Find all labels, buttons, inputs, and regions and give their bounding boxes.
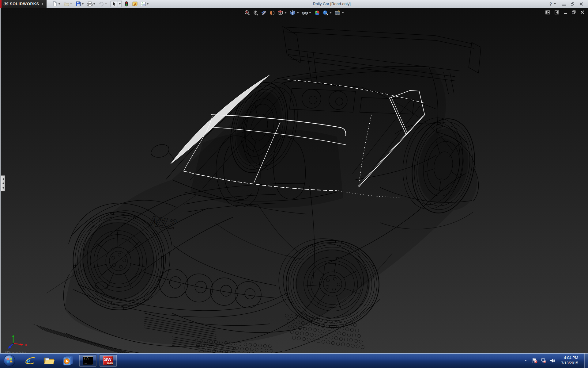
view-orientation-button[interactable] bbox=[277, 9, 284, 17]
pane-right-icon bbox=[555, 10, 559, 14]
hidden-icons-chevron-button[interactable] bbox=[523, 358, 529, 364]
taskbar-command-prompt[interactable]: C:\ bbox=[79, 355, 97, 367]
section-view-button[interactable] bbox=[268, 9, 276, 17]
view-orientation-label: *Dimetric bbox=[5, 350, 26, 353]
media-player-icon bbox=[63, 355, 74, 366]
graphics-viewport[interactable]: N12 bbox=[0, 8, 588, 353]
new-dropdown[interactable] bbox=[58, 3, 60, 5]
pane-left-icon bbox=[545, 10, 550, 14]
speaker-icon bbox=[550, 358, 555, 363]
hide-show-items-button[interactable] bbox=[301, 9, 309, 17]
desktop: 3S SOLIDWORKS bbox=[0, 0, 588, 368]
expand-left-arrow-icon bbox=[2, 178, 4, 180]
rally-car-wireframe: N12 bbox=[1, 8, 588, 353]
doc-restore-icon bbox=[572, 10, 576, 14]
previous-view-icon bbox=[261, 10, 267, 16]
action-center-flag-button[interactable] bbox=[532, 358, 537, 364]
expand-pane-right-button[interactable] bbox=[555, 10, 559, 15]
taskbar-solidworks-2015[interactable]: SW 2015 bbox=[99, 355, 117, 367]
titlebar: 3S SOLIDWORKS bbox=[0, 0, 588, 8]
heads-up-view-toolbar bbox=[243, 9, 345, 17]
apply-scene-button[interactable] bbox=[322, 9, 329, 17]
standard-toolbar bbox=[47, 1, 151, 7]
undo-dropdown bbox=[105, 3, 107, 5]
windows-start-orb-icon bbox=[3, 355, 16, 367]
app-logo: 3S SOLIDWORKS bbox=[0, 0, 47, 8]
select-tool-button[interactable] bbox=[111, 1, 118, 8]
previous-view-button[interactable] bbox=[260, 9, 268, 17]
edit-appearance-icon bbox=[314, 10, 320, 16]
zoom-to-area-icon bbox=[252, 10, 258, 16]
orientation-triad: x bbox=[6, 332, 29, 351]
hide-show-items-icon bbox=[301, 10, 308, 16]
options-dropdown[interactable] bbox=[147, 3, 149, 5]
command-prompt-icon: C:\ bbox=[83, 356, 93, 365]
file-properties-icon bbox=[132, 2, 138, 6]
save-button[interactable] bbox=[75, 1, 81, 7]
undo-button[interactable] bbox=[98, 1, 105, 7]
doc-close-button[interactable] bbox=[580, 10, 584, 15]
folder-icon bbox=[44, 356, 55, 366]
action-center-flag-icon bbox=[532, 358, 537, 363]
show-desktop-button[interactable] bbox=[584, 353, 588, 368]
view-settings-button[interactable] bbox=[334, 9, 341, 17]
network-disconnected-icon bbox=[541, 358, 546, 363]
help-dropdown[interactable] bbox=[554, 3, 556, 5]
taskbar-windows-media-player[interactable] bbox=[63, 355, 74, 367]
display-style-button[interactable] bbox=[289, 9, 296, 17]
solidworks-2015-icon: SW 2015 bbox=[103, 356, 113, 365]
view-orientation-icon bbox=[277, 10, 283, 16]
menu-flyout-arrow-icon[interactable] bbox=[42, 3, 43, 5]
taskbar-internet-explorer[interactable]: e bbox=[25, 355, 36, 367]
close-button[interactable] bbox=[579, 1, 583, 7]
undo-icon bbox=[99, 2, 104, 6]
window-title: Rally Car [Read-only] bbox=[151, 2, 549, 6]
options-button[interactable] bbox=[140, 1, 146, 7]
volume-button[interactable] bbox=[550, 358, 555, 364]
help-button[interactable]: ? bbox=[549, 1, 552, 7]
select-dropdown[interactable] bbox=[118, 1, 122, 7]
minimize-button[interactable] bbox=[562, 1, 566, 7]
rebuild-button[interactable] bbox=[123, 1, 130, 7]
zoom-to-area-button[interactable] bbox=[252, 9, 259, 17]
restore-button[interactable] bbox=[571, 1, 574, 7]
close-icon bbox=[579, 2, 583, 6]
view-settings-icon bbox=[334, 10, 341, 16]
ds-logo-mark: 3S bbox=[3, 2, 9, 6]
save-dropdown[interactable] bbox=[82, 3, 84, 5]
chevron-up-icon bbox=[524, 359, 528, 362]
hide-show-items-dropdown[interactable] bbox=[309, 12, 311, 13]
display-style-dropdown[interactable] bbox=[297, 12, 299, 13]
select-cursor-icon bbox=[112, 2, 117, 7]
zoom-to-fit-button[interactable] bbox=[243, 9, 251, 17]
internet-explorer-icon: e bbox=[25, 355, 36, 366]
window-controls: ? bbox=[549, 1, 588, 7]
print-icon bbox=[87, 2, 92, 6]
view-orientation-dropdown[interactable] bbox=[285, 12, 287, 13]
apply-scene-dropdown[interactable] bbox=[330, 12, 332, 13]
new-document-button[interactable] bbox=[51, 1, 58, 7]
file-properties-button[interactable] bbox=[131, 1, 138, 7]
apply-scene-icon bbox=[322, 10, 328, 16]
network-status-button[interactable] bbox=[541, 358, 546, 364]
taskbar-clock[interactable]: 4:04 PM 7/13/2015 bbox=[561, 355, 578, 366]
taskbar: e C:\ bbox=[0, 353, 588, 368]
print-button[interactable] bbox=[86, 1, 93, 7]
edit-appearance-button[interactable] bbox=[313, 9, 321, 17]
view-settings-dropdown[interactable] bbox=[342, 12, 344, 13]
feature-manager-collapsed-tab[interactable] bbox=[1, 175, 5, 191]
taskbar-windows-explorer[interactable] bbox=[44, 355, 55, 367]
document-window-controls bbox=[545, 10, 584, 15]
print-dropdown[interactable] bbox=[93, 3, 95, 5]
options-checklist-icon bbox=[141, 2, 146, 6]
start-button[interactable] bbox=[3, 354, 16, 367]
open-button[interactable] bbox=[63, 1, 70, 7]
rebuild-traffic-light-icon bbox=[125, 1, 128, 7]
select-tool-group bbox=[111, 1, 122, 7]
triad-x-label: x bbox=[25, 343, 27, 347]
clock-date: 7/13/2015 bbox=[561, 361, 578, 366]
collapse-pane-left-button[interactable] bbox=[545, 10, 550, 15]
open-folder-icon bbox=[64, 2, 69, 6]
doc-minimize-button[interactable] bbox=[564, 10, 567, 15]
doc-restore-button[interactable] bbox=[572, 10, 576, 15]
